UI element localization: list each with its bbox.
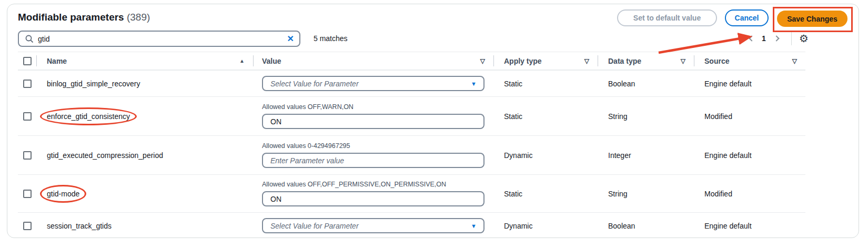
source-cell: Modified (694, 175, 805, 212)
parameters-table: Name ▲ Value ▽ Apply type ▽ Data type ▽ … (18, 52, 805, 239)
row-checkbox[interactable] (23, 80, 32, 88)
clear-search-icon[interactable]: ✕ (287, 35, 294, 43)
allowed-values-label: Allowed values OFF,OFF_PERMISSIVE,ON_PER… (262, 181, 485, 188)
pagination: 1 ⚙ (745, 32, 809, 45)
row-checkbox[interactable] (23, 151, 32, 160)
value-input[interactable] (262, 153, 485, 168)
apply-type-cell: Dynamic (493, 213, 598, 239)
source-cell: Modified (694, 97, 805, 135)
table-row: gtid_executed_compression_period Allowed… (18, 135, 805, 174)
match-count: 5 matches (314, 34, 348, 43)
chevron-right-icon (773, 35, 779, 41)
parameter-search-box[interactable]: ✕ (18, 31, 300, 47)
table-row: session_track_gtids Select Value for Par… (18, 212, 805, 239)
search-icon (25, 35, 34, 43)
chevron-left-icon (749, 35, 754, 41)
filter-icon[interactable]: ▽ (792, 57, 797, 65)
value-select[interactable]: Select Value for Parameter ▼ (262, 76, 485, 91)
data-type-cell: String (598, 97, 694, 135)
column-header-source[interactable]: Source ▽ (694, 52, 805, 70)
source-cell: Engine default (694, 136, 805, 174)
table-row: binlog_gtid_simple_recovery Select Value… (18, 70, 805, 96)
table-row: gtid-mode Allowed values OFF,OFF_PERMISS… (18, 174, 805, 212)
apply-type-cell: Static (493, 175, 598, 212)
page-number[interactable]: 1 (756, 34, 771, 43)
column-header-data-type[interactable]: Data type ▽ (598, 52, 694, 70)
row-checkbox[interactable] (23, 222, 32, 230)
set-to-default-button[interactable]: Set to default value (617, 9, 717, 26)
page-title-text: Modifiable parameters (18, 12, 124, 23)
parameter-name-cell: binlog_gtid_simple_recovery (36, 71, 253, 96)
page-title-count: (389) (127, 12, 150, 23)
row-checkbox[interactable] (23, 190, 32, 198)
select-all-checkbox[interactable] (23, 57, 32, 65)
row-checkbox[interactable] (23, 112, 32, 121)
parameter-name-cell: session_track_gtids (36, 213, 253, 239)
select-caret-down-icon: ▼ (471, 81, 477, 87)
apply-type-cell: Static (493, 71, 598, 96)
value-select[interactable]: Select Value for Parameter ▼ (262, 218, 485, 233)
parameter-name-cell: gtid_executed_compression_period (36, 136, 253, 174)
modifiable-parameters-panel: Modifiable parameters (389) Set to defau… (7, 4, 859, 238)
sort-ascending-icon[interactable]: ▲ (239, 58, 245, 64)
table-row: enforce_gtid_consistency Allowed values … (18, 96, 805, 135)
select-caret-down-icon: ▼ (471, 223, 477, 229)
page-title: Modifiable parameters (389) (18, 12, 150, 23)
allowed-values-label: Allowed values OFF,WARN,ON (262, 103, 485, 111)
parameter-name-cell: gtid-mode (36, 175, 253, 212)
previous-page-button[interactable] (745, 33, 756, 44)
column-header-name[interactable]: Name ▲ (36, 52, 253, 70)
cancel-button[interactable]: Cancel (725, 9, 769, 26)
value-input[interactable] (262, 114, 485, 129)
data-type-cell: Boolean (598, 213, 694, 239)
apply-type-cell: Dynamic (493, 136, 598, 174)
screenshot-stage: Modifiable parameters (389) Set to defau… (0, 0, 868, 247)
source-cell: Engine default (694, 213, 805, 239)
pagination-divider (791, 32, 792, 45)
data-type-cell: Boolean (598, 71, 694, 96)
next-page-button[interactable] (771, 33, 783, 44)
gear-icon[interactable]: ⚙ (799, 33, 809, 44)
allowed-values-label: Allowed values 0-4294967295 (262, 142, 485, 150)
filter-icon[interactable]: ▽ (480, 57, 485, 65)
data-type-cell: Integer (598, 136, 694, 174)
search-input[interactable] (38, 35, 287, 43)
data-type-cell: String (598, 175, 694, 212)
column-header-value[interactable]: Value ▽ (253, 52, 493, 70)
source-cell: Engine default (694, 71, 805, 96)
parameter-name-cell: enforce_gtid_consistency (36, 97, 253, 135)
save-changes-button[interactable]: Save Changes (777, 11, 847, 27)
apply-type-cell: Static (493, 97, 598, 135)
select-all-cell (18, 52, 36, 70)
value-input[interactable] (262, 191, 485, 206)
table-header-row: Name ▲ Value ▽ Apply type ▽ Data type ▽ … (18, 52, 805, 70)
filter-icon[interactable]: ▽ (584, 57, 589, 65)
filter-icon[interactable]: ▽ (681, 57, 685, 65)
column-header-apply-type[interactable]: Apply type ▽ (493, 52, 598, 70)
